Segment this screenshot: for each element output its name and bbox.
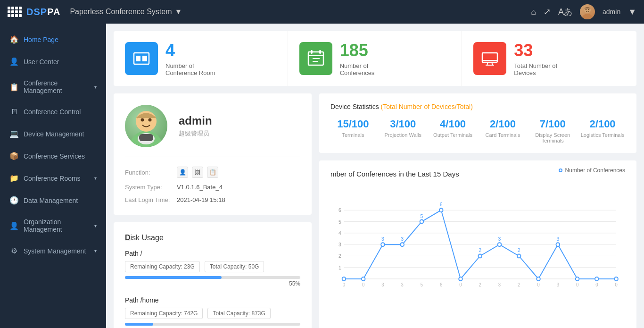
svg-text:0: 0 <box>362 282 365 287</box>
devices-label: Total Number ofDevices <box>514 62 557 76</box>
disk-usage-card: Disk Usage Path / Remaining Capacity: 23… <box>114 222 312 328</box>
sidebar-item-conference-services[interactable]: 📦 Conference Services <box>0 145 106 167</box>
username-arrow[interactable]: ▼ <box>628 7 636 17</box>
svg-point-43 <box>381 243 385 246</box>
content-grid: admin 超级管理员 Function: 👤 🖼 📋 <box>114 93 636 328</box>
device-stat-num-terminals: 15/100 <box>330 118 376 130</box>
device-stat-label-card-terminals: Card Terminals <box>480 132 526 138</box>
conferences-label: Number ofConferences <box>340 62 375 76</box>
device-stat-num-display-screen-terminals: 7/100 <box>530 118 575 130</box>
fullscreen-icon[interactable]: ⤢ <box>544 7 551 17</box>
avatar[interactable] <box>580 4 595 19</box>
svg-point-55 <box>459 277 462 281</box>
logo-text: DSPPA <box>26 7 60 17</box>
sidebar-item-data-management[interactable]: 🕐 Data Management <box>0 189 106 211</box>
device-stat-logistics-terminals: 2/100 Logistics Terminals <box>580 118 625 143</box>
svg-text:0: 0 <box>615 282 618 287</box>
function-icon-2: 🖼 <box>192 167 203 178</box>
svg-rect-13 <box>319 50 321 54</box>
conference-rooms-label: Number ofConference Room <box>165 62 215 76</box>
svg-text:6: 6 <box>440 202 443 207</box>
device-stat-num-projection-walls: 3/100 <box>380 118 426 130</box>
svg-text:1: 1 <box>339 264 341 270</box>
right-panel: Device Statistics (Total Number of Devic… <box>319 93 636 328</box>
system-type-value: V1.0.1.6_Bate_4 <box>177 184 223 191</box>
function-icon-1: 👤 <box>177 167 188 178</box>
sidebar-icon-device-management: 💻 <box>9 129 19 138</box>
svg-point-39 <box>342 277 346 281</box>
profile-details: Function: 👤 🖼 📋 System Type: V1.0.1.6_Ba… <box>125 167 300 203</box>
app-title: Paperless Conference System ▼ <box>70 8 182 16</box>
svg-point-75 <box>614 277 618 281</box>
svg-text:2: 2 <box>518 282 520 287</box>
sidebar-label-conference-services: Conference Services <box>24 152 97 160</box>
svg-point-46 <box>400 243 404 246</box>
conferences-info: 185 Number ofConferences <box>340 41 375 76</box>
sidebar-icon-conference-services: 📦 <box>9 151 19 160</box>
app-title-arrow[interactable]: ▼ <box>175 8 182 16</box>
sidebar: 🏠 Home Page 👤 User Center 📋 Conference M… <box>0 24 106 328</box>
svg-text:6: 6 <box>339 207 341 213</box>
logo[interactable]: DSPPA <box>8 7 60 17</box>
device-stat-output-terminals: 4/100 Output Terminals <box>430 118 476 143</box>
sidebar-icon-conference-management: 📋 <box>9 83 19 92</box>
svg-text:3: 3 <box>498 282 501 287</box>
sidebar-item-system-management[interactable]: ⚙ System Management ▾ <box>0 240 106 262</box>
topnav-right: ⌂ ⤢ Aあ admin ▼ <box>531 4 636 19</box>
disk-path-label: Path / <box>125 250 300 257</box>
home-icon[interactable]: ⌂ <box>531 7 536 17</box>
svg-text:3: 3 <box>556 236 559 242</box>
chart-container: 12345600333355660223322033000 <box>330 189 625 304</box>
device-stats-subtitle: (Total Number of Devices/Total) <box>381 103 473 110</box>
svg-text:5: 5 <box>339 219 341 224</box>
disk-bar-bg <box>125 323 300 326</box>
disk-total: Total Capacity: 50G <box>205 261 264 272</box>
svg-point-60 <box>498 243 502 246</box>
sidebar-item-conference-control[interactable]: 🖥 Conference Control <box>0 101 106 123</box>
sidebar-item-user-center[interactable]: 👤 User Center <box>0 50 106 73</box>
sidebar-item-conference-management[interactable]: 📋 Conference Management ▾ <box>0 73 106 101</box>
disk-total: Total Capacity: 873G <box>207 308 270 319</box>
profile-system-type-row: System Type: V1.0.1.6_Bate_4 <box>125 184 300 191</box>
disk-caps: Remaining Capacity: 23G Total Capacity: … <box>125 261 300 272</box>
svg-text:3: 3 <box>401 282 404 287</box>
svg-point-73 <box>595 277 599 281</box>
profile-card: admin 超级管理员 Function: 👤 🖼 📋 <box>114 93 312 215</box>
svg-text:4: 4 <box>339 230 341 236</box>
chart-svg: 12345600333355660223322033000 <box>330 189 625 303</box>
username-label[interactable]: admin <box>603 8 620 16</box>
logo-grid-icon <box>8 7 22 17</box>
devices-icon-box <box>473 42 506 75</box>
profile-name-section: admin 超级管理员 <box>179 114 212 138</box>
sidebar-item-conference-rooms[interactable]: 📁 Conference Rooms ▾ <box>0 167 106 189</box>
sidebar-icon-user-center: 👤 <box>9 57 19 66</box>
device-stats-card: Device Statistics (Total Number of Devic… <box>319 93 636 153</box>
sidebar-label-system-management: System Management <box>24 247 90 255</box>
svg-rect-12 <box>311 50 313 54</box>
sidebar-item-organization-management[interactable]: 👤 Organization Management ▾ <box>0 211 106 240</box>
disk-remaining: Remaining Capacity: 23G <box>125 261 200 272</box>
devices-number: 33 <box>514 41 557 60</box>
device-stat-label-terminals: Terminals <box>330 132 376 138</box>
profile-top: admin 超级管理员 <box>125 105 300 157</box>
sidebar-item-home-page[interactable]: 🏠 Home Page <box>0 28 106 50</box>
sidebar-arrow-organization-management: ▾ <box>94 223 97 228</box>
conference-rooms-icon-box <box>125 42 158 75</box>
svg-point-0 <box>582 14 593 19</box>
function-label: Function: <box>125 169 172 176</box>
svg-point-68 <box>556 243 560 246</box>
device-stat-projection-walls: 3/100 Projection Walls <box>380 118 426 143</box>
top-navigation: DSPPA Paperless Conference System ▼ ⌂ ⤢ … <box>0 0 644 24</box>
sidebar-label-user-center: User Center <box>24 58 97 66</box>
sidebar-item-device-management[interactable]: 💻 Device Management <box>0 123 106 145</box>
svg-text:2: 2 <box>339 253 341 259</box>
device-stat-display-screen-terminals: 7/100 Display Screen Terminals <box>530 118 575 143</box>
svg-text:0: 0 <box>459 282 462 287</box>
svg-text:0: 0 <box>537 282 540 287</box>
svg-text:3: 3 <box>498 236 501 242</box>
svg-point-52 <box>439 208 443 212</box>
device-stat-label-output-terminals: Output Terminals <box>430 132 476 138</box>
language-icon[interactable]: Aあ <box>558 6 572 17</box>
svg-point-21 <box>141 118 144 122</box>
svg-text:5: 5 <box>421 213 423 219</box>
